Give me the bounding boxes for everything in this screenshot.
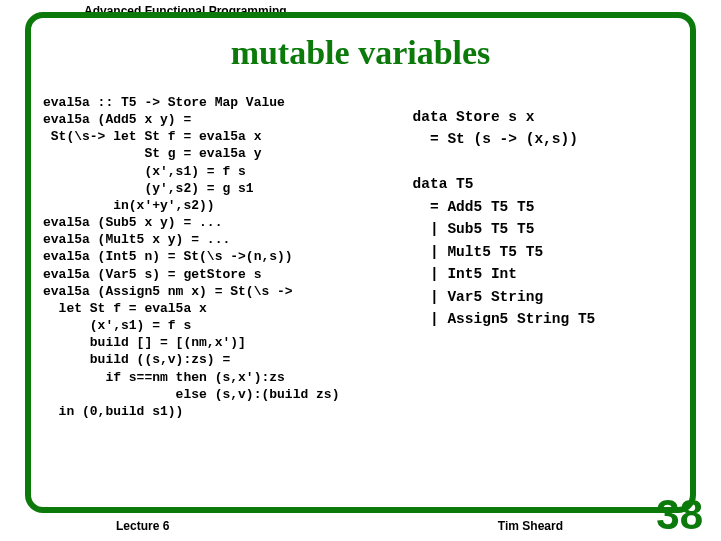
- page-number: 38: [656, 491, 703, 539]
- code-block-eval5a: eval5a :: T5 -> Store Map Value eval5a (…: [43, 94, 399, 420]
- footer-author: Tim Sheard: [498, 519, 563, 533]
- slide-frame: mutable variables eval5a :: T5 -> Store …: [25, 12, 696, 513]
- slide-content: eval5a :: T5 -> Store Map Value eval5a (…: [43, 94, 678, 497]
- slide-title: mutable variables: [231, 34, 491, 72]
- code-block-datatypes: data Store s x = St (s -> (x,s)) data T5…: [413, 106, 678, 331]
- footer-lecture: Lecture 6: [116, 519, 169, 533]
- left-column: eval5a :: T5 -> Store Map Value eval5a (…: [43, 94, 399, 497]
- right-column: data Store s x = St (s -> (x,s)) data T5…: [413, 94, 678, 497]
